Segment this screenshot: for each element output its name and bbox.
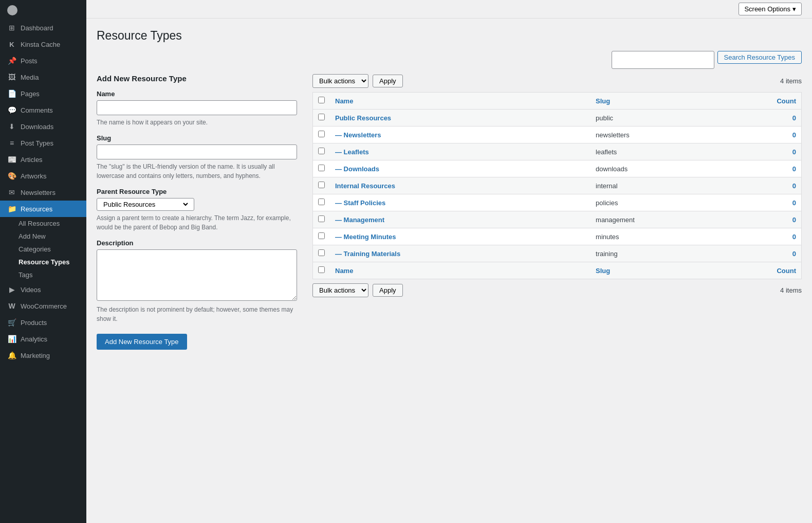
sidebar-item-products[interactable]: 🛒 Products bbox=[0, 314, 86, 331]
row-count-link[interactable]: 0 bbox=[792, 199, 796, 207]
sidebar-item-post-types[interactable]: ≡ Post Types bbox=[0, 135, 86, 151]
row-name-link[interactable]: — Downloads bbox=[335, 165, 379, 173]
sidebar-item-kinsta-cache[interactable]: K Kinsta Cache bbox=[0, 36, 86, 52]
row-name-link[interactable]: — Meeting Minutes bbox=[335, 233, 396, 241]
add-new-button[interactable]: Add New Resource Type bbox=[97, 334, 187, 350]
row-name-cell: Public Resources bbox=[330, 110, 590, 127]
row-count-cell: 0 bbox=[761, 177, 802, 194]
row-count-cell: 0 bbox=[761, 127, 802, 143]
col-count-footer: Count bbox=[761, 262, 802, 279]
submenu-tags[interactable]: Tags bbox=[0, 268, 86, 281]
row-name-link[interactable]: — Staff Policies bbox=[335, 199, 385, 207]
row-slug-cell: leaflets bbox=[590, 143, 760, 160]
slug-label: Slug bbox=[97, 134, 297, 142]
sidebar-item-comments[interactable]: 💬 Comments bbox=[0, 102, 86, 118]
parent-select[interactable]: None Public Resources Internal Resources bbox=[101, 200, 190, 209]
sidebar-item-pages[interactable]: 📄 Pages bbox=[0, 85, 86, 102]
sidebar-item-woocommerce[interactable]: W WooCommerce bbox=[0, 298, 86, 314]
name-input[interactable] bbox=[97, 100, 297, 115]
row-checkbox[interactable] bbox=[318, 165, 325, 171]
row-checkbox[interactable] bbox=[318, 232, 325, 239]
table-row: — Training Materials training 0 bbox=[313, 245, 802, 262]
row-slug-cell: public bbox=[590, 110, 760, 127]
add-form: Add New Resource Type Name The name is h… bbox=[97, 74, 297, 350]
row-checkbox[interactable] bbox=[318, 249, 325, 256]
newsletters-icon: ✉ bbox=[7, 188, 16, 197]
select-all-header bbox=[313, 93, 330, 110]
table-row: — Meeting Minutes minutes 0 bbox=[313, 228, 802, 245]
search-input[interactable] bbox=[612, 51, 714, 69]
submenu-resource-types[interactable]: Resource Types bbox=[0, 256, 86, 268]
row-count-link[interactable]: 0 bbox=[792, 165, 796, 173]
downloads-icon: ⬇ bbox=[7, 122, 16, 131]
sidebar-item-analytics[interactable]: 📊 Analytics bbox=[0, 331, 86, 347]
videos-icon: ▶ bbox=[7, 285, 16, 294]
row-checkbox[interactable] bbox=[318, 148, 325, 154]
row-checkbox-cell bbox=[313, 177, 330, 194]
sidebar-item-newsletters[interactable]: ✉ Newsletters bbox=[0, 184, 86, 201]
submenu-categories[interactable]: Categories bbox=[0, 243, 86, 256]
row-checkbox-cell bbox=[313, 245, 330, 262]
row-checkbox[interactable] bbox=[318, 131, 325, 137]
page-title: Resource Types bbox=[97, 29, 802, 43]
articles-icon: 📰 bbox=[7, 155, 16, 164]
table-row: — Management management 0 bbox=[313, 211, 802, 228]
dashboard-icon: ⊞ bbox=[7, 23, 16, 32]
row-name-link[interactable]: — Leaflets bbox=[335, 148, 369, 156]
row-name-link[interactable]: — Newsletters bbox=[335, 131, 381, 139]
sidebar-item-artworks[interactable]: 🎨 Artworks bbox=[0, 168, 86, 184]
row-checkbox-cell bbox=[313, 211, 330, 228]
apply-button-bottom[interactable]: Apply bbox=[373, 284, 403, 297]
apply-button-top[interactable]: Apply bbox=[373, 75, 403, 87]
sidebar-item-videos[interactable]: ▶ Videos bbox=[0, 281, 86, 298]
row-count-link[interactable]: 0 bbox=[792, 114, 796, 122]
row-count-link[interactable]: 0 bbox=[792, 233, 796, 241]
row-count-link[interactable]: 0 bbox=[792, 182, 796, 190]
row-checkbox[interactable] bbox=[318, 199, 325, 205]
main-content: Screen Options ▾ Resource Types Search R… bbox=[86, 0, 812, 523]
hierarchy-hint: Assign a parent term to create a hierarc… bbox=[97, 213, 297, 232]
row-count-link[interactable]: 0 bbox=[792, 131, 796, 139]
search-button[interactable]: Search Resource Types bbox=[717, 51, 802, 64]
row-name-link[interactable]: Public Resources bbox=[335, 114, 391, 122]
row-count-link[interactable]: 0 bbox=[792, 216, 796, 224]
row-name-link[interactable]: — Training Materials bbox=[335, 250, 400, 258]
site-logo[interactable] bbox=[0, 0, 86, 20]
row-slug-cell: minutes bbox=[590, 228, 760, 245]
sidebar-item-media[interactable]: 🖼 Media bbox=[0, 69, 86, 85]
artworks-icon: 🎨 bbox=[7, 171, 16, 181]
row-checkbox[interactable] bbox=[318, 182, 325, 188]
submenu-add-new[interactable]: Add New bbox=[0, 230, 86, 243]
select-all-checkbox-bottom[interactable] bbox=[318, 266, 325, 273]
description-textarea[interactable] bbox=[97, 249, 297, 301]
post-types-icon: ≡ bbox=[7, 138, 16, 148]
table-row: — Staff Policies policies 0 bbox=[313, 194, 802, 211]
sidebar-item-dashboard[interactable]: ⊞ Dashboard bbox=[0, 20, 86, 36]
row-name-link[interactable]: Internal Resources bbox=[335, 182, 395, 190]
resources-submenu: All Resources Add New Categories Resourc… bbox=[0, 217, 86, 281]
table-row: — Downloads downloads 0 bbox=[313, 160, 802, 177]
row-name-cell: — Meeting Minutes bbox=[330, 228, 590, 245]
row-name-link[interactable]: — Management bbox=[335, 216, 384, 224]
bulk-actions-select-bottom[interactable]: Bulk actions bbox=[312, 283, 368, 297]
sidebar-item-marketing[interactable]: 🔔 Marketing bbox=[0, 347, 86, 364]
name-group: Name The name is how it appears on your … bbox=[97, 90, 297, 127]
row-count-link[interactable]: 0 bbox=[792, 250, 796, 258]
sidebar-item-posts[interactable]: 📌 Posts bbox=[0, 52, 86, 69]
row-checkbox[interactable] bbox=[318, 215, 325, 222]
row-checkbox[interactable] bbox=[318, 114, 325, 120]
bulk-actions-select-top[interactable]: Bulk actions bbox=[312, 74, 368, 88]
slug-input[interactable] bbox=[97, 145, 297, 159]
submenu-all-resources[interactable]: All Resources bbox=[0, 217, 86, 230]
row-slug-cell: downloads bbox=[590, 160, 760, 177]
slug-group: Slug The "slug" is the URL-friendly vers… bbox=[97, 134, 297, 181]
row-count-cell: 0 bbox=[761, 211, 802, 228]
screen-options-button[interactable]: Screen Options ▾ bbox=[739, 3, 802, 15]
sidebar-item-downloads[interactable]: ⬇ Downloads bbox=[0, 118, 86, 135]
select-all-checkbox-top[interactable] bbox=[318, 97, 325, 103]
sidebar-item-articles[interactable]: 📰 Articles bbox=[0, 151, 86, 168]
row-name-cell: — Downloads bbox=[330, 160, 590, 177]
sidebar-item-resources[interactable]: 📁 Resources bbox=[0, 201, 86, 217]
row-count-link[interactable]: 0 bbox=[792, 148, 796, 156]
description-label: Description bbox=[97, 239, 297, 247]
